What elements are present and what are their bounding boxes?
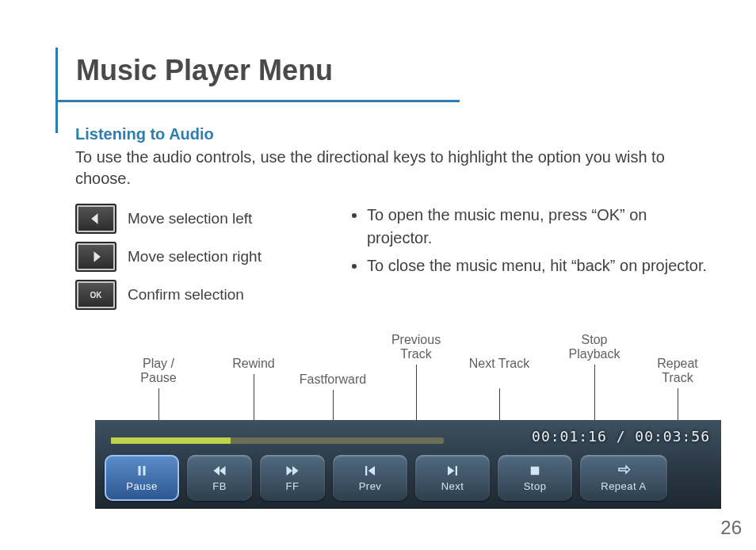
svg-text:OK: OK: [90, 291, 103, 300]
player-btn-pause-label: Pause: [126, 480, 157, 492]
player-btn-fb[interactable]: FB: [187, 455, 252, 501]
svg-rect-5: [531, 467, 540, 476]
legend-left-label: Move selection left: [128, 210, 252, 227]
callout-next: Next Track: [469, 357, 529, 370]
svg-rect-1: [139, 466, 141, 476]
fast-forward-icon: [284, 464, 301, 478]
ok-icon: OK: [75, 280, 116, 310]
player-progress-fill: [111, 437, 231, 444]
fast-backward-icon: [211, 464, 228, 478]
arrow-right-icon: [75, 242, 116, 272]
legend-right-label: Move selection right: [128, 248, 262, 265]
callout-play-pause: Play / Pause: [140, 357, 176, 384]
player-btn-ff[interactable]: FF: [260, 455, 325, 501]
callout-rewind: Rewind: [232, 357, 274, 370]
legend-ok-label: Confirm selection: [128, 286, 244, 304]
tip-open: To open the music menu, press “OK” on pr…: [367, 204, 709, 250]
player-btn-fb-label: FB: [212, 480, 227, 492]
frame-horizontal-rule: [55, 100, 460, 102]
tip-close: To close the music menu, hit “back” on p…: [367, 254, 709, 277]
player-btn-prev[interactable]: Prev: [333, 455, 407, 501]
frame-vertical-rule: [55, 48, 58, 133]
callout-stop: Stop Playback: [569, 333, 620, 361]
player-btn-repeat[interactable]: Repeat A: [580, 455, 667, 501]
player-btn-stop-label: Stop: [524, 480, 547, 492]
player-btn-next[interactable]: Next: [415, 455, 490, 501]
prev-track-icon: [361, 464, 379, 478]
player-screenshot: 00:01:16 / 00:03:56 Pause FB FF Prev: [95, 420, 721, 509]
player-btn-ff-label: FF: [286, 480, 300, 492]
pause-icon: [133, 464, 151, 478]
player-btn-next-label: Next: [441, 480, 464, 492]
callout-fastforward: Fastforward: [300, 372, 366, 386]
player-time: 00:01:16 / 00:03:56: [532, 428, 710, 445]
callout-repeat: Repeat Track: [657, 357, 698, 384]
player-btn-stop[interactable]: Stop: [498, 455, 572, 501]
callout-previous: Previous Track: [391, 333, 441, 361]
page-title: Music Player Menu: [76, 54, 333, 87]
next-track-icon: [444, 464, 461, 478]
player-btn-pause[interactable]: Pause: [105, 455, 179, 501]
page-number: 26: [720, 517, 742, 539]
player-btn-repeat-label: Repeat A: [601, 480, 647, 492]
repeat-icon: [615, 464, 632, 478]
svg-rect-3: [365, 466, 367, 476]
svg-rect-2: [143, 466, 146, 476]
svg-rect-4: [456, 466, 457, 476]
section-intro: To use the audio controls, use the direc…: [75, 147, 709, 189]
arrow-left-icon: [75, 204, 116, 234]
section-heading: Listening to Audio: [75, 125, 709, 143]
player-progress-bar: [111, 437, 444, 444]
stop-icon: [526, 464, 544, 478]
player-btn-prev-label: Prev: [359, 480, 382, 492]
